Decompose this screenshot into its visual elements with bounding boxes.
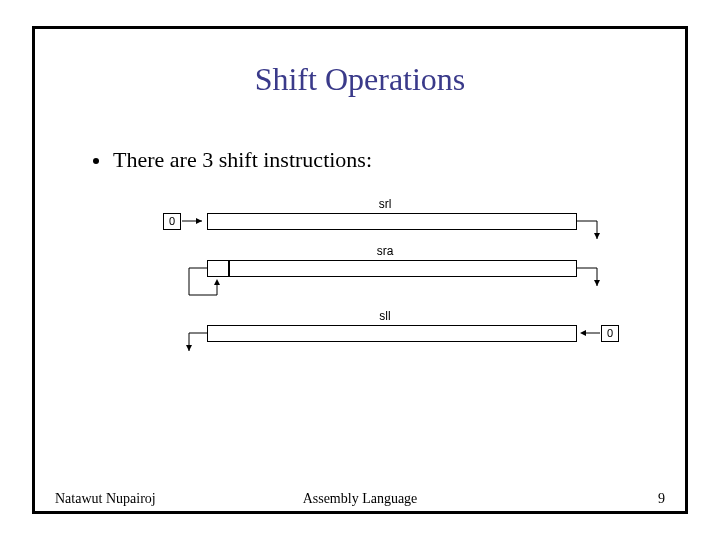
slide-title: Shift Operations xyxy=(35,61,685,98)
shift-diagram: srl 0 sra sll 0 xyxy=(145,197,625,397)
footer-course: Assembly Language xyxy=(35,491,685,507)
bullet-dot-icon xyxy=(93,158,99,164)
bullet-text: There are 3 shift instructions: xyxy=(113,147,372,173)
arrow-overlay xyxy=(145,197,625,397)
svg-marker-17 xyxy=(186,345,192,351)
svg-marker-14 xyxy=(580,330,586,336)
bullet-list: There are 3 shift instructions: xyxy=(93,147,372,173)
svg-marker-9 xyxy=(214,279,220,285)
slide: Shift Operations There are 3 shift instr… xyxy=(0,0,720,540)
svg-marker-1 xyxy=(196,218,202,224)
slide-frame: Shift Operations There are 3 shift instr… xyxy=(32,26,688,514)
sra-sign-loop-arrow-icon xyxy=(189,268,220,295)
svg-marker-12 xyxy=(594,280,600,286)
bullet-item-1: There are 3 shift instructions: xyxy=(93,147,372,173)
sll-input-arrow-icon xyxy=(580,330,600,336)
footer-page-number: 9 xyxy=(658,491,665,507)
srl-output-arrow-icon xyxy=(577,221,600,239)
sll-output-arrow-icon xyxy=(186,333,207,351)
srl-input-arrow-icon xyxy=(182,218,202,224)
sra-output-arrow-icon xyxy=(577,268,600,286)
svg-marker-4 xyxy=(594,233,600,239)
